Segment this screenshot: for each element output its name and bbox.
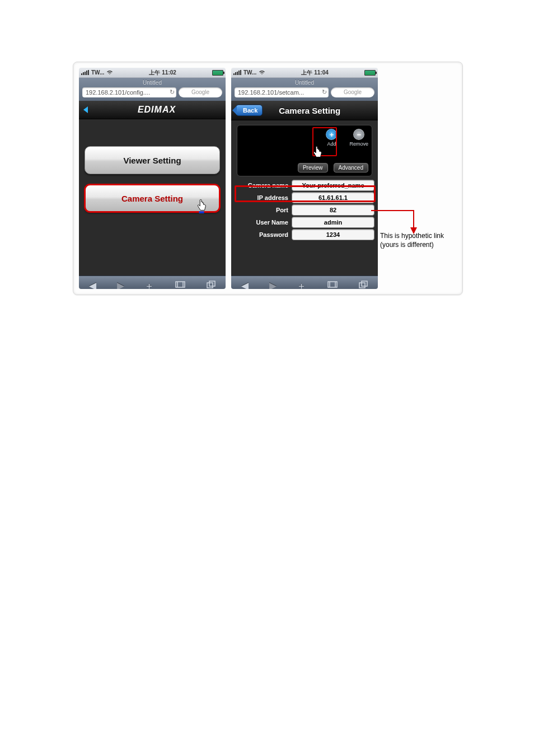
nav-bookmarks-icon[interactable] [175,280,186,289]
url-field[interactable]: 192.168.2.101/setcam... ↻ [235,87,329,97]
svg-rect-4 [362,281,367,286]
carrier-label: TW... [243,69,256,76]
status-bar: TW... 上午 11:02 [79,68,226,78]
password-label: Password [235,231,292,238]
status-bar: TW... 上午 11:04 [231,68,378,78]
annotation-line2: (yours is different) [380,241,434,249]
page-header: Back Camera Setting [231,101,378,120]
minus-icon: − [353,129,364,140]
page-content-left: EDIMAX Viewer Setting Camera Setting [79,101,226,276]
nav-add-icon[interactable]: ＋ [297,279,306,290]
browser-urlbar: Untitled 192.168.2.101/setcam... ↻ Googl… [231,78,378,101]
nav-forward-icon[interactable]: ▶ [269,280,277,290]
signal-icon [81,70,89,75]
url-text: 192.168.2.101/setcam... [238,89,304,96]
ip-highlight-box [235,185,376,202]
preview-button[interactable]: Preview [298,163,328,172]
svg-rect-1 [207,283,213,288]
figure-container: TW... 上午 11:02 Untitled 192.168.2.101/co… [73,62,463,295]
tab-title: Untitled [235,80,374,86]
svg-rect-3 [359,283,365,288]
nav-tabs-icon[interactable] [207,280,216,289]
port-input[interactable]: 82 [292,204,374,216]
search-field[interactable]: Google [179,87,222,97]
battery-icon [364,70,376,76]
wifi-icon [259,69,265,76]
annotation-line1: This is hypothetic link [380,232,444,240]
nav-forward-icon[interactable]: ▶ [117,280,124,290]
remove-label: Remove [349,141,368,147]
refresh-icon[interactable]: ↻ [322,88,327,96]
back-icon[interactable] [83,106,88,113]
phone-right: TW... 上午 11:04 Untitled 192.168.2.101/se… [231,68,378,289]
cursor-icon [195,199,208,214]
svg-rect-0 [199,211,204,213]
nav-back-icon[interactable]: ◀ [89,280,96,290]
advanced-button[interactable]: Advanced [334,163,368,172]
port-label: Port [235,207,292,213]
nav-tabs-icon[interactable] [359,280,368,289]
page-content-right: Back Camera Setting + Add − Remove Previ… [231,101,378,276]
browser-urlbar: Untitled 192.168.2.101/config.... ↻ Goog… [79,78,226,101]
back-button[interactable]: Back [236,105,263,116]
search-field[interactable]: Google [331,87,374,97]
row-password: Password 1234 [235,229,374,240]
phone-left: TW... 上午 11:02 Untitled 192.168.2.101/co… [79,68,226,289]
status-time: 上午 11:02 [149,69,176,77]
cursor-icon [311,146,324,161]
browser-toolbar: ◀ ▶ ＋ [231,276,378,289]
row-username: User Name admin [235,217,374,228]
preview-panel: + Add − Remove Preview Advanced [237,125,372,176]
username-input[interactable]: admin [292,217,374,228]
battery-icon [212,70,223,76]
url-field[interactable]: 192.168.2.101/config.... ↻ [82,87,176,97]
page-title: Camera Setting [246,106,373,115]
viewer-setting-button[interactable]: Viewer Setting [85,146,220,174]
remove-button[interactable]: − Remove [349,129,368,147]
brand-header: EDIMAX [79,101,226,119]
nav-bookmarks-icon[interactable] [327,280,338,289]
brand-label: EDIMAX [92,105,221,115]
tab-title: Untitled [82,80,222,86]
row-port: Port 82 [235,204,374,216]
username-label: User Name [235,219,292,226]
url-text: 192.168.2.101/config.... [86,89,150,96]
browser-toolbar: ◀ ▶ ＋ [79,276,226,289]
svg-rect-2 [209,281,215,286]
refresh-icon[interactable]: ↻ [170,88,175,96]
password-input[interactable]: 1234 [292,229,374,240]
wifi-icon [106,69,113,76]
nav-add-icon[interactable]: ＋ [144,279,154,290]
nav-back-icon[interactable]: ◀ [241,280,249,290]
carrier-label: TW... [91,69,104,76]
signal-icon [233,70,241,75]
annotation-text: This is hypothetic link (yours is differ… [380,232,458,249]
status-time: 上午 11:04 [301,69,328,77]
